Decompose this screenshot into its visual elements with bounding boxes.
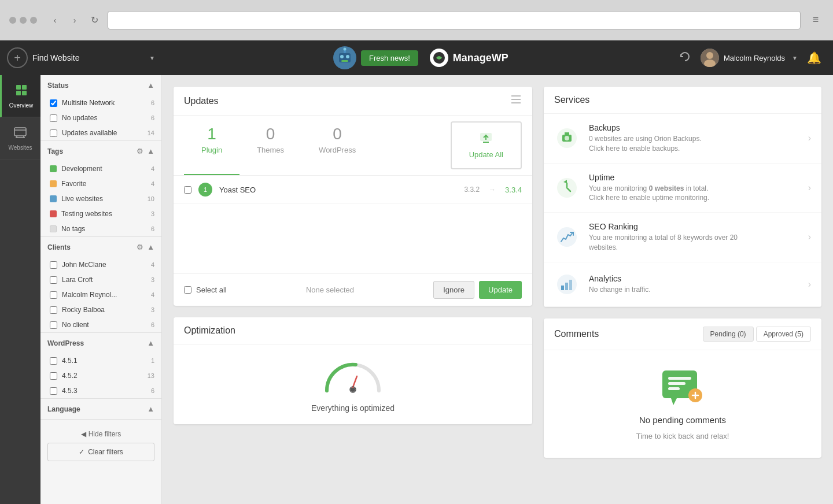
sidebar-item-live-websites[interactable]: Live websites 10 [40,191,161,206]
sidebar-item-testing-websites[interactable]: Testing websites 3 [40,206,161,221]
no-tags-label: No tags [61,225,141,233]
sidebar-language-header: Language ▲ [40,399,161,419]
sidebar-item-updates-available[interactable]: Updates available 14 [40,125,161,140]
navbar-center: Fresh news! ManageWP [162,45,679,71]
update-all-tab[interactable]: Update All [451,121,522,169]
browser-address-bar[interactable] [108,11,801,29]
update-button[interactable]: Update [479,281,522,299]
no-client-checkbox[interactable] [50,321,57,329]
nav-websites-label: Websites [9,144,32,151]
sidebar-clients-settings[interactable]: ⚙ [137,243,143,251]
sidebar-item-malcolm-reynolds[interactable]: Malcolm Reynol... 4 [40,287,161,302]
sidebar-item-no-client[interactable]: No client 6 [40,317,161,332]
ignore-button[interactable]: Ignore [433,281,474,299]
live-websites-dot [50,195,57,202]
sidebar-item-development[interactable]: Development 4 [40,161,161,176]
sidebar-item-favorite[interactable]: Favorite 4 [40,176,161,191]
john-mcclane-label: John McClane [62,261,141,269]
browser-menu-button[interactable]: ≡ [808,12,824,28]
sidebar-item-rocky-balboa[interactable]: Rocky Balboa 3 [40,302,161,317]
user-menu[interactable]: Malcolm Reynolds ▼ [701,49,798,67]
browser-back-button[interactable]: ‹ [49,14,61,27]
yoast-name: Yoast SEO [219,186,457,194]
tab-themes[interactable]: 0 Themes [239,116,301,175]
brand-logo-icon [430,49,448,67]
updates-title: Updates [184,96,219,106]
sidebar-language-label: Language [47,405,80,413]
sidebar-item-john-mcclane[interactable]: John McClane 4 [40,257,161,272]
sidebar-language-collapse[interactable]: ▲ [147,405,154,413]
svg-rect-13 [16,91,21,95]
select-all-label[interactable]: Select all [184,286,227,294]
fresh-news-button[interactable]: Fresh news! [361,50,418,66]
browser-dot-2 [20,17,27,24]
find-website-dropdown[interactable]: Find Website ▼ [32,53,155,62]
no-comments-icon [659,368,706,408]
sidebar-clients-icons: ⚙ ▲ [137,243,154,251]
malcolm-reynolds-checkbox[interactable] [50,291,57,299]
browser-forward-button[interactable]: › [68,14,81,27]
seo-desc2: websites. [589,243,799,253]
sidebar-status-collapse[interactable]: ▲ [147,81,154,90]
sidebar-item-wp453[interactable]: 4.5.3 6 [40,383,161,398]
multisite-checkbox[interactable] [50,99,57,107]
add-website-button[interactable]: + [7,47,28,68]
sidebar-item-wp452[interactable]: 4.5.2 13 [40,368,161,383]
optimization-header: Optimization [174,317,532,344]
svg-rect-35 [569,280,572,290]
backups-title: Backups [589,123,799,132]
hide-filters-link[interactable]: ◀ Hide filters [47,425,154,443]
update-all-label: Update All [469,150,503,159]
sidebar-clients-label: Clients [47,243,71,251]
updates-available-count: 14 [145,129,154,136]
browser-dot-3 [30,17,37,24]
sidebar-item-multisite[interactable]: Multisite Network 6 [40,95,161,110]
john-mcclane-checkbox[interactable] [50,261,57,269]
sidebar-item-no-updates[interactable]: No updates 6 [40,110,161,125]
comments-tab-pending[interactable]: Pending (0) [703,327,754,342]
seo-icon-wrap [554,224,580,250]
wp452-label: 4.5.2 [62,372,141,380]
nav-item-overview[interactable]: Overview [0,75,40,117]
sidebar-clients-collapse[interactable]: ▲ [147,243,154,251]
service-item-analytics[interactable]: Analytics No change in traffic. › [544,262,821,307]
clear-filters-button[interactable]: ✓ Clear filters [47,443,154,461]
svg-rect-15 [14,128,26,136]
sidebar-item-lara-croft[interactable]: Lara Croft 3 [40,272,161,287]
service-item-seo[interactable]: SEO Ranking You are monitoring a total o… [544,213,821,262]
backups-icon-wrap [554,125,580,151]
rocky-balboa-checkbox[interactable] [50,306,57,314]
tab-wordpress[interactable]: 0 WordPress [301,116,373,175]
analytics-arrow-icon: › [808,279,811,290]
sidebar-item-no-tags[interactable]: No tags 6 [40,221,161,236]
navbar-right: Malcolm Reynolds ▼ 🔔 [679,49,833,67]
wp452-checkbox[interactable] [50,372,57,380]
service-item-uptime[interactable]: Uptime You are monitoring 0 websites in … [544,164,821,213]
wp451-checkbox[interactable] [50,357,57,365]
comments-tab-approved[interactable]: Approved (5) [756,327,811,342]
live-websites-count: 10 [145,195,154,202]
svg-point-2 [340,55,344,58]
browser-refresh-button[interactable]: ↻ [88,14,101,27]
overview-icon-svg [14,83,28,97]
sidebar-tags-icons: ⚙ ▲ [137,147,154,155]
yoast-checkbox[interactable] [184,186,191,194]
vertical-nav: Overview Websites [0,75,40,504]
sidebar-wordpress-collapse[interactable]: ▲ [147,339,154,347]
sidebar-tags-collapse[interactable]: ▲ [147,147,154,155]
wp453-checkbox[interactable] [50,387,57,395]
analytics-title: Analytics [589,274,799,283]
tab-plugin[interactable]: 1 Plugin [184,116,239,175]
updates-menu-button[interactable] [510,95,522,107]
service-item-backups[interactable]: Backups 0 websites are using Orion Backu… [544,114,821,164]
updates-available-checkbox[interactable] [50,129,57,137]
select-all-checkbox[interactable] [184,286,191,294]
websites-icon [13,125,27,142]
notification-button[interactable]: 🔔 [807,51,821,65]
nav-item-websites[interactable]: Websites [0,117,40,160]
no-updates-checkbox[interactable] [50,114,57,122]
lara-croft-checkbox[interactable] [50,276,57,284]
sidebar-tags-settings[interactable]: ⚙ [137,147,143,155]
refresh-button[interactable] [679,50,691,66]
sidebar-item-wp451[interactable]: 4.5.1 1 [40,353,161,368]
